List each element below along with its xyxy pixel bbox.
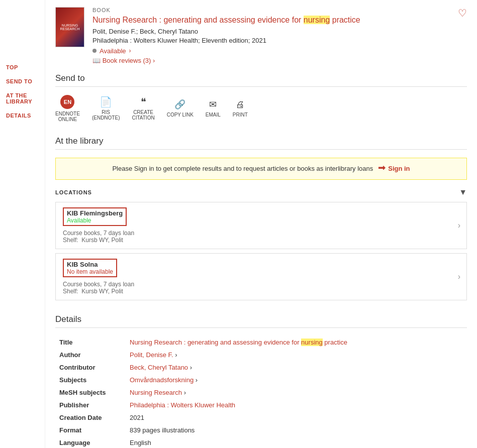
send-to-section: Send to EN ENDNOTE ONLINE 📄 RIS (ENDNOTE… [55,73,467,122]
availability: Available › [92,47,450,55]
detail-row-format: Format 839 pages illustrations [55,424,467,436]
location-name-flemingsberg: KIB Flemingsberg [67,209,123,217]
location-shelf-flemingsberg: Shelf: Kursb WY, Polit [63,237,459,244]
publisher-link[interactable]: Philadelphia : Wolters Kluwer Health [130,401,235,409]
detail-row-title: Title Nursing Research : generating and … [55,336,467,349]
location-name-box-flemingsberg: KIB Flemingsberg Available [63,207,127,226]
ris-button[interactable]: 📄 RIS (ENDNOTE) [92,96,120,121]
detail-value-contributor: Beck, Cheryl Tatano › [126,361,467,374]
mesh-link[interactable]: Nursing Research [130,389,182,396]
book-reviews-link[interactable]: Book reviews (3) [103,57,151,64]
detail-value-author: Polit, Denise F. › [126,349,467,361]
sign-in-arrow-icon: ⮕ [378,164,386,173]
book-icon: 📖 [92,57,103,64]
reviews-chevron: › [153,57,155,64]
subjects-link[interactable]: Omvårdnadsforskning [130,376,194,384]
sidebar-item-at-the-library[interactable]: AT THE LIBRARY [0,88,45,108]
print-button[interactable]: 🖨 PRINT [233,99,248,118]
author-arrow: › [175,351,177,359]
detail-value-date: 2021 [126,411,467,424]
send-to-header: Send to [55,73,467,87]
detail-row-date: Creation Date 2021 [55,411,467,424]
contributor-arrow: › [190,364,192,371]
library-section: At the library Please Sign in to get com… [55,136,467,300]
link-icon: 🔗 [173,99,187,110]
library-header: At the library [55,136,467,150]
book-title-before: Nursing Research : generating and assess… [92,16,304,24]
detail-label-author: Author [55,349,126,361]
detail-value-title[interactable]: Nursing Research : generating and assess… [126,336,467,349]
sign-in-message: Please Sign in to get complete results a… [112,165,373,172]
detail-row-subjects: Subjects Omvårdnadsforskning › [55,374,467,386]
detail-row-mesh: MeSH subjects Nursing Research › [55,386,467,399]
availability-text[interactable]: Available [100,47,126,55]
availability-arrow[interactable]: › [129,47,131,54]
sidebar-item-details[interactable]: DETAILS [0,108,37,123]
location-name-solna: KIB Solna [67,261,113,268]
sidebar-item-top[interactable]: TOP [0,60,24,74]
print-label: PRINT [233,112,248,118]
email-icon: ✉ [206,99,220,110]
detail-label-publisher: Publisher [55,399,126,411]
favorite-button[interactable]: ♡ [458,7,467,19]
detail-label-contributor: Contributor [55,361,126,374]
detail-row-contributor: Contributor Beck, Cheryl Tatano › [55,361,467,374]
locations-header: LOCATIONS ▼ [55,188,467,197]
email-button[interactable]: ✉ EMAIL [206,99,221,118]
citation-label: CREATE CITATION [132,109,154,121]
title-highlight: nursing [301,339,323,346]
detail-label-title: Title [55,336,126,349]
location-card-solna[interactable]: KIB Solna No item available Course books… [55,253,467,300]
detail-value-subjects: Omvårdnadsforskning › [126,374,467,386]
location-shelf-solna: Shelf: Kursb WY, Polit [63,288,459,295]
detail-value-format: 839 pages illustrations [126,424,467,436]
ris-icon: 📄 [99,96,113,107]
location-status-solna: No item available [67,268,113,275]
mesh-arrow: › [184,389,186,396]
create-citation-button[interactable]: ❝ CREATE CITATION [132,96,154,121]
subjects-arrow: › [196,376,198,384]
detail-label-date: Creation Date [55,411,126,424]
location-detail-solna: Course books, 7 days loan [63,281,459,288]
sidebar: TOP SEND TO AT THE LIBRARY DETAILS [0,0,45,448]
endnote-icon: EN [60,95,74,109]
book-title-after: practice [330,16,360,24]
details-section: Details Title Nursing Research : generat… [55,314,467,448]
detail-label-format: Format [55,424,126,436]
details-header: Details [55,314,467,328]
sign-in-banner: Please Sign in to get complete results a… [55,158,467,180]
filter-icon[interactable]: ▼ [459,188,467,197]
detail-value-language: English [126,436,467,448]
book-header: NURSING RESEARCH BOOK Nursing Research :… [55,7,467,64]
title-link[interactable]: Nursing Research : generating and assess… [130,339,347,346]
email-label: EMAIL [206,112,221,118]
sign-in-label: Sign in [388,165,410,172]
cover-text: NURSING RESEARCH [58,24,82,31]
detail-value-mesh: Nursing Research › [126,386,467,399]
sign-in-button[interactable]: ⮕ Sign in [378,164,410,173]
sidebar-item-send-to[interactable]: SEND TO [0,74,38,88]
print-icon: 🖨 [233,99,247,110]
details-table: Title Nursing Research : generating and … [55,336,467,448]
book-title-highlight: nursing [304,16,330,24]
book-publisher: Philadelphia : Wolters Kluwer Health; El… [92,37,450,44]
location-arrow-flemingsberg: › [458,221,460,230]
book-info: BOOK Nursing Research : generating and a… [92,7,450,64]
book-author: Polit, Denise F.; Beck, Cheryl Tatano [92,28,450,35]
detail-row-language: Language English [55,436,467,448]
book-title: Nursing Research : generating and assess… [92,15,450,26]
location-card-flemingsberg[interactable]: KIB Flemingsberg Available Course books,… [55,202,467,249]
contributor-link[interactable]: Beck, Cheryl Tatano [130,364,188,371]
detail-label-subjects: Subjects [55,374,126,386]
endnote-online-button[interactable]: EN ENDNOTE ONLINE [55,95,80,122]
book-type: BOOK [92,7,450,13]
copy-link-button[interactable]: 🔗 COPY LINK [167,99,194,118]
copy-link-label: COPY LINK [167,112,194,118]
book-cover: NURSING RESEARCH [55,7,84,47]
main-content: NURSING RESEARCH BOOK Nursing Research :… [45,0,477,448]
author-link[interactable]: Polit, Denise F. [130,351,173,359]
detail-label-language: Language [55,436,126,448]
availability-dot [92,49,97,53]
location-status-flemingsberg: Available [67,217,123,224]
location-arrow-solna: › [458,272,460,281]
